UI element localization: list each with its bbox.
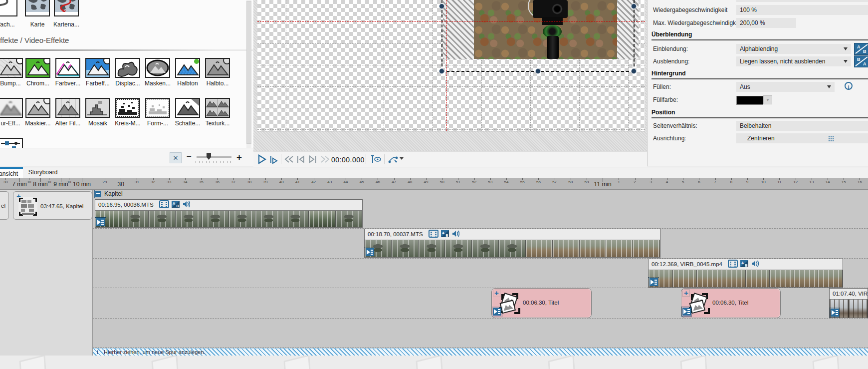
title-clip-2[interactable]: + 00:06.30, Titel (681, 288, 781, 318)
effect-tile-schatte[interactable]: Schatte... (175, 98, 200, 128)
jump-to-end-button[interactable] (307, 154, 318, 165)
fade-out-dropdown[interactable]: Liegen lassen, nicht ausblenden (736, 56, 851, 66)
effect-thumbnail (0, 58, 23, 78)
effect-tile-bump[interactable]: Bump... (0, 58, 23, 88)
fade-handle-icon[interactable] (96, 218, 105, 226)
ruler-tick (779, 178, 780, 180)
timeline-tab-bar: ransicht Storyboard (0, 167, 868, 178)
filmstrip-frame-path (770, 270, 794, 287)
clip-label: 00:12.369, VIRB_0045.mp4 (651, 261, 722, 267)
overview-clip-cut[interactable]: el (0, 191, 9, 220)
max-speed-value-field[interactable]: 200,00 % (736, 18, 796, 28)
thumbnail-zoom-out-button[interactable]: − (187, 152, 192, 162)
video-clip-virb0045[interactable]: 00:12.369, VIRB_0045.mp4 AB (648, 259, 843, 288)
overview-clip-kapitel[interactable]: + 03:47.65, Kapitel (13, 191, 92, 220)
effect-tile-farbver[interactable]: Farbver... (55, 58, 80, 88)
ruler-label: 42 (311, 180, 316, 184)
filmstrip-frame-person (392, 240, 419, 257)
new-track-drop-zone[interactable]: i Hierher ziehen, um neue Spur anzulegen… (93, 348, 868, 356)
effect-thumbnail-map[interactable] (25, 0, 50, 16)
play-from-range-button[interactable] (268, 154, 279, 165)
effect-tile-kreism[interactable]: Kreis-M... (115, 98, 140, 128)
tab-storyboard[interactable]: Storyboard (25, 167, 61, 178)
effect-thumbnail-curve[interactable] (0, 0, 17, 16)
effect-thumbnail-map-route[interactable] (54, 0, 79, 16)
camera-mount (542, 17, 563, 25)
ruler-label: 6 (698, 180, 700, 184)
chapter-marker-icon[interactable] (95, 191, 101, 197)
fill-dropdown[interactable]: Aus (736, 82, 835, 92)
background-section-header: Hintergrund (651, 70, 686, 77)
effect-tile-form[interactable]: Form-... (145, 98, 170, 128)
effect-tile-masken[interactable]: Masken... (145, 58, 170, 88)
fade-handle-icon[interactable] (366, 248, 374, 256)
video-frame-image[interactable] (474, 0, 617, 59)
filmstrip-frame-person (282, 211, 309, 227)
ruler-tick (715, 178, 716, 180)
align-dropdown[interactable]: Zentrieren (736, 133, 868, 143)
range-marker-visibility-icon[interactable] (370, 154, 381, 165)
align-value: Zentrieren (747, 135, 775, 142)
ruler-tick (217, 178, 217, 180)
fill-color-swatch[interactable] (736, 96, 763, 105)
video-clip-00037[interactable]: 00:18.70, 00037.MTS AB (364, 229, 660, 258)
tab-label: ransicht (0, 169, 18, 178)
watermark-shape (680, 356, 707, 369)
play-button[interactable] (256, 154, 267, 165)
effect-tile-displac[interactable]: Displac... (115, 58, 140, 88)
chevron-down-icon (844, 47, 848, 52)
title-clip-1[interactable]: + 00:06.30, Titel (491, 288, 592, 318)
info-icon[interactable]: i (845, 82, 853, 90)
fade-handle-icon[interactable] (831, 309, 839, 317)
effect-tile-halbton2[interactable]: Halbto... (205, 58, 230, 88)
fade-handle-icon[interactable] (493, 308, 501, 316)
ruler-tick (410, 178, 411, 180)
selection-handle-bottom-right[interactable] (631, 68, 637, 74)
selection-handle-bottom-left[interactable] (439, 68, 444, 74)
fade-out-ab-icon[interactable]: BA (854, 55, 868, 67)
effect-tile-texturk[interactable]: Texturk... (205, 98, 230, 128)
effect-tile-blur[interactable]: ur-Eff... (0, 98, 23, 128)
aspect-value: Beibehalten (740, 122, 771, 129)
timeline-ruler[interactable]: 307 min308 min309 min3010 min29303132333… (0, 178, 868, 190)
fade-in-dropdown[interactable]: Alphablending (736, 44, 851, 54)
effect-tile-maskier[interactable]: Maskier... (25, 98, 50, 128)
ruler-label: 47 (392, 180, 396, 184)
chapter-marker-label: Kapitel (104, 190, 123, 197)
close-panel-button[interactable]: ✕ (170, 152, 182, 163)
keyframe-animation-icon[interactable] (387, 154, 398, 165)
fade-handle-icon[interactable] (682, 308, 691, 316)
keyframe-dropdown-caret[interactable] (399, 156, 410, 167)
watermark-shape (151, 356, 179, 369)
effect-tile-mosaik[interactable]: Mosaik (85, 98, 110, 128)
effect-tile-halbton[interactable]: Halbton (175, 58, 200, 88)
fill-color-dropdown-button[interactable]: ▼ (763, 95, 772, 104)
selection-right-edge[interactable] (634, 0, 635, 71)
watermark-shape (812, 356, 840, 369)
thumbnail-zoom-slider-track[interactable] (197, 156, 231, 158)
effect-tile-alterfil[interactable]: Alter Fil... (55, 98, 80, 128)
aspect-dropdown[interactable]: Beibehalten (736, 121, 868, 131)
effect-tile-chrom[interactable]: Chrom... (25, 58, 50, 88)
svg-text:B: B (863, 49, 867, 54)
selection-handle-mid-right[interactable] (631, 3, 637, 9)
selection-left-edge[interactable] (441, 0, 442, 71)
speed-value-field[interactable]: 100 % (736, 5, 868, 15)
fade-handle-icon[interactable] (650, 278, 658, 286)
effect-tile-farbeff[interactable]: Farbeff... (85, 58, 110, 88)
video-clip-00036[interactable]: 00:16.95, 00036.MTS AB (95, 199, 363, 228)
watermark-shape (416, 356, 443, 369)
tab-timeline-view[interactable]: ransicht (0, 167, 23, 178)
jump-to-start-button[interactable] (295, 154, 306, 165)
effects-scrollbar-thumb[interactable] (246, 1, 251, 144)
selection-handle-mid-left[interactable] (439, 3, 444, 9)
max-speed-label: Max. Wiedergabegeschwindigkeit: (653, 19, 744, 26)
thumbnail-zoom-in-button[interactable]: ＋ (235, 151, 243, 163)
rewind-button[interactable] (283, 154, 294, 165)
svg-text:A: A (857, 44, 861, 49)
fade-in-ab-icon[interactable]: AB (854, 43, 868, 55)
ruler-tick (651, 178, 651, 180)
fast-forward-button[interactable] (319, 154, 330, 165)
selection-handle-bottom-center[interactable] (535, 68, 541, 74)
video-clip-virb-cut[interactable]: 01:07.40, VIRB (829, 288, 868, 318)
